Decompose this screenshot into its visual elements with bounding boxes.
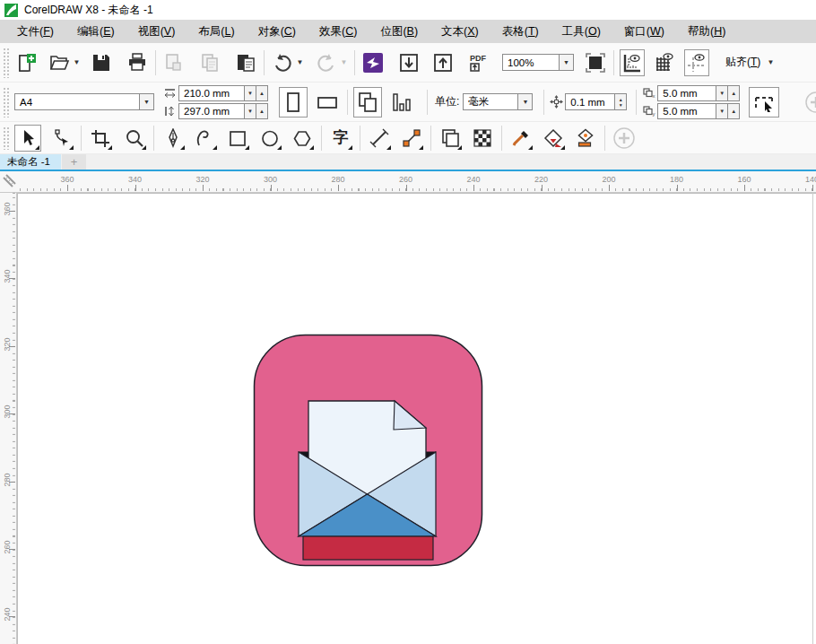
property-bar-grip[interactable] (2, 86, 10, 117)
cut-icon (163, 52, 185, 74)
add-tool-button[interactable] (611, 125, 638, 152)
nudge-spinner[interactable]: ▲▼ (615, 93, 627, 110)
fullscreen-preview-button[interactable] (583, 49, 608, 76)
page-height-group: 297.0 mm ▼ ▲ (163, 103, 268, 119)
ruler-label: 240 (3, 605, 12, 624)
ruler-label: 180 (670, 175, 683, 184)
all-pages-button[interactable] (353, 87, 382, 117)
landscape-button[interactable] (313, 87, 342, 117)
menu-item-9-O[interactable]: 工具(O) (551, 20, 612, 43)
duplicate-y-spin-down[interactable]: ▼ (716, 103, 728, 119)
origin-icon[interactable] (3, 174, 16, 189)
toolbox-grip[interactable] (2, 126, 10, 150)
open-dropdown-arrow[interactable]: ▼ (72, 49, 82, 76)
nudge-distance-input[interactable]: 0.1 mm (565, 93, 615, 110)
page-height-spin-down[interactable]: ▼ (245, 103, 256, 119)
units-dropdown-arrow[interactable]: ▼ (518, 93, 533, 110)
paste-button[interactable] (233, 49, 258, 76)
dimension-tool[interactable] (366, 125, 393, 152)
snap-to-dropdown-arrow[interactable]: ▼ (764, 49, 777, 76)
pick-tool[interactable] (14, 125, 41, 152)
ruler-label: 220 (534, 175, 548, 184)
zoom-tool[interactable] (121, 125, 148, 152)
pen-tool[interactable] (160, 125, 187, 152)
export-button[interactable] (430, 49, 456, 76)
portrait-button[interactable] (279, 87, 308, 117)
menu-item-0-F[interactable]: 文件(F) (5, 20, 65, 43)
canvas-artwork[interactable] (253, 334, 484, 570)
page-height-input[interactable]: 297.0 mm (178, 103, 245, 119)
paper-preset-dropdown-arrow[interactable]: ▼ (140, 93, 154, 110)
vertical-ruler[interactable]: 360340320300280260240 (0, 193, 17, 644)
new-document-button[interactable] (14, 49, 39, 76)
crop-tool[interactable] (87, 125, 114, 152)
menu-item-3-L[interactable]: 布局(L) (187, 20, 246, 43)
units-input[interactable]: 毫米 (463, 93, 518, 110)
drawing-canvas[interactable] (17, 193, 816, 644)
transparency-tool[interactable] (469, 125, 496, 152)
menu-item-10-W[interactable]: 窗口(W) (612, 20, 676, 43)
page-width-input[interactable]: 210.0 mm (178, 85, 245, 101)
horizontal-ruler[interactable]: 360340320300280260240220200180160140 (0, 171, 816, 193)
menu-item-5-C[interactable]: 效果(C) (308, 20, 369, 43)
menu-item-2-V[interactable]: 视图(V) (126, 20, 187, 43)
duplicate-y-input[interactable]: 5.0 mm (657, 103, 716, 119)
document-tab[interactable]: 未命名 -1 (0, 154, 61, 170)
menu-item-1-E[interactable]: 编辑(E) (65, 20, 126, 43)
eyedropper-tool[interactable] (508, 125, 534, 152)
polygon-tool[interactable] (289, 125, 316, 152)
save-button[interactable] (89, 49, 114, 76)
launcher-button[interactable] (360, 49, 386, 76)
flyout-corner (213, 145, 217, 150)
drop-shadow-tool[interactable] (437, 125, 464, 152)
redo-button[interactable] (314, 49, 339, 76)
page-height-spin-up[interactable]: ▲ (256, 103, 268, 119)
treat-as-filled-button[interactable] (749, 87, 779, 117)
interactive-fill-tool[interactable] (540, 125, 567, 152)
menu-item-7-X[interactable]: 文本(X) (430, 20, 490, 43)
snap-to-dropdown[interactable]: 贴齐(T) ▼ (724, 49, 777, 76)
menu-item-6-B[interactable]: 位图(B) (369, 20, 430, 43)
rectangle-tool[interactable] (224, 125, 251, 152)
copy-button[interactable] (197, 49, 222, 76)
shape-tool[interactable] (48, 125, 75, 152)
zoom-level-dropdown-arrow[interactable]: ▼ (560, 54, 574, 71)
open-button[interactable] (47, 49, 72, 76)
rulers-toggle-button[interactable] (620, 49, 645, 76)
ruler-tick (473, 185, 474, 191)
new-document-tab-button[interactable]: + (62, 154, 86, 170)
overflow-plus-icon (804, 91, 816, 114)
undo-dropdown-arrow[interactable]: ▼ (295, 49, 305, 76)
import-button[interactable] (396, 49, 421, 76)
toolbar-grip[interactable] (2, 47, 10, 78)
menu-item-4-C[interactable]: 对象(C) (247, 20, 308, 43)
menu-item-8-T[interactable]: 表格(T) (490, 20, 551, 43)
smart-fill-tool[interactable] (572, 125, 599, 152)
cut-button[interactable] (161, 49, 187, 76)
freehand-tool[interactable] (192, 125, 219, 152)
print-button[interactable] (125, 49, 150, 76)
guidelines-toggle-button[interactable] (684, 49, 709, 76)
current-page-button[interactable] (387, 87, 416, 117)
duplicate-y-spin-up[interactable]: ▲ (728, 103, 740, 119)
redo-dropdown-arrow[interactable]: ▼ (339, 49, 349, 76)
undo-button[interactable] (270, 49, 295, 76)
connector-tool[interactable] (398, 125, 425, 152)
import-icon (398, 52, 420, 74)
zoom-level-input[interactable]: 100% (502, 54, 560, 71)
duplicate-x-spin-down[interactable]: ▼ (716, 85, 728, 101)
text-tool[interactable]: 字 (327, 125, 354, 152)
page-width-spin-up[interactable]: ▲ (256, 85, 268, 101)
duplicate-x-spin-up[interactable]: ▲ (728, 85, 740, 101)
publish-pdf-icon: PDF (465, 51, 489, 74)
duplicate-x-input[interactable]: 5.0 mm (657, 85, 716, 101)
ruler-tick (542, 185, 543, 191)
ellipse-tool[interactable] (256, 125, 283, 152)
grid-toggle-button[interactable] (652, 49, 677, 76)
page-width-spin-down[interactable]: ▼ (245, 85, 256, 101)
menu-item-11-H[interactable]: 帮助(H) (676, 20, 737, 43)
page-width-value: 210.0 mm (184, 88, 230, 99)
paper-preset-input[interactable]: A4 (14, 93, 140, 110)
property-bar-overflow-button[interactable] (804, 91, 816, 114)
publish-pdf-button[interactable]: PDF (464, 49, 490, 76)
